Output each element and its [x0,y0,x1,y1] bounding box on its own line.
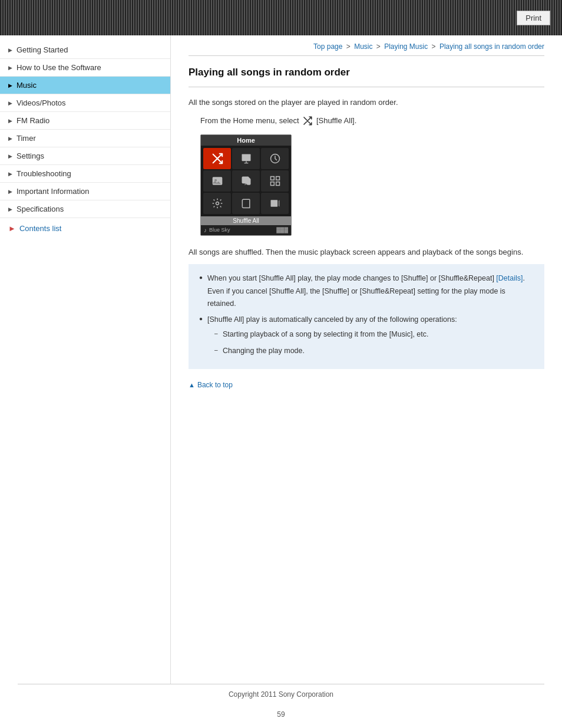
device-cell-settings [203,193,231,214]
page-title: Playing all songs in random order [189,67,544,78]
after-image-text: All songs are shuffled. Then the music p… [189,246,544,259]
svg-rect-7 [276,182,279,185]
footer-area: Copyright 2011 Sony Corporation [0,684,562,704]
shuffle-icon [302,116,313,126]
breadcrumb-playing-music[interactable]: Playing Music [384,42,428,51]
dash-item-2: Changing the play mode. [214,345,534,357]
arrow-icon: ▶ [8,153,12,159]
sidebar-item-how-to-use[interactable]: ▶ How to Use the Software [0,59,170,77]
arrow-icon: ▶ [8,206,12,212]
svg-rect-4 [270,176,274,180]
sidebar-item-videos-photos[interactable]: ▶ Videos/Photos [0,94,170,112]
music-note-icon: ♪ [204,227,207,233]
back-to-top-link[interactable]: ▲ Back to top [189,381,544,389]
device-cell-play [261,193,289,214]
details-link[interactable]: [Details] [496,274,523,282]
notes-box: When you start [Shuffle All] play, the p… [189,264,544,369]
instruction-prefix: From the Home menu, select [200,116,299,125]
notes-list: When you start [Shuffle All] play, the p… [199,272,534,357]
arrow-icon: ▶ [8,100,12,106]
device-screen: Home [200,134,292,236]
sidebar-item-label: FM Radio [16,116,49,125]
header-bar: Print [0,0,562,35]
device-cell-book [232,193,260,214]
sidebar-item-getting-started[interactable]: ▶ Getting Started [0,41,170,59]
sidebar-item-label: Timer [16,134,36,143]
back-to-top-label: Back to top [197,381,233,389]
sidebar-item-label: How to Use the Software [16,63,101,72]
device-title-bar: Home [201,135,291,146]
device-cell-photo [203,170,231,192]
sidebar-item-label: Important Information [16,187,90,196]
content-divider [189,87,544,87]
dash-list: Starting playback of a song by selecting… [214,328,534,357]
sidebar-item-specifications[interactable]: ▶ Specifications [0,200,170,218]
sidebar-item-music[interactable]: ▶ Music [0,77,170,94]
main-layout: ▶ Getting Started ▶ How to Use the Softw… [0,35,562,684]
device-cell-music [232,148,260,169]
svg-rect-0 [242,154,250,161]
instruction-text: From the Home menu, select [Shuffle All]… [200,115,544,127]
device-cell-note [232,170,260,192]
sidebar-item-fm-radio[interactable]: ▶ FM Radio [0,112,170,130]
sidebar-item-label: Videos/Photos [16,98,66,107]
arrow-icon: ▶ [8,118,12,124]
note-item-2: [Shuffle All] play is automatically canc… [199,314,534,357]
svg-rect-2 [212,177,222,185]
sidebar-item-label: Getting Started [16,45,68,54]
device-label: Shuffle All [201,216,291,225]
svg-point-8 [216,202,219,205]
contents-list-label: Contents list [19,224,62,233]
svg-rect-5 [276,176,279,180]
device-now-playing: ♪ Blue Sky ▓▓▓ [201,225,291,235]
contents-list-link[interactable]: ► Contents list [0,218,170,239]
breadcrumb-top-page[interactable]: Top page [313,42,342,51]
device-cell-clock [261,148,289,169]
dash-item-1: Starting playback of a song by selecting… [214,328,534,341]
device-grid [201,146,291,216]
breadcrumb-music[interactable]: Music [354,42,372,51]
arrow-icon: ▶ [8,189,12,195]
arrow-icon: ▶ [8,171,12,177]
battery-icon: ▓▓▓ [276,227,288,233]
up-arrow-icon: ▲ [189,381,195,388]
content-area: Top page > Music > Playing Music > Playi… [171,35,562,684]
sidebar-item-label: Music [16,81,37,90]
breadcrumb-sep-1: > [346,42,352,51]
arrow-icon: ▶ [8,83,12,88]
sidebar-item-timer[interactable]: ▶ Timer [0,130,170,147]
arrow-icon: ▶ [8,136,12,141]
arrow-icon: ▶ [8,65,12,71]
intro-text: All the songs stored on the player are p… [189,97,544,109]
device-cell-shuffle [203,148,231,169]
breadcrumb-sep-3: > [432,42,438,51]
sidebar-item-important-info[interactable]: ▶ Important Information [0,183,170,200]
svg-rect-6 [270,182,274,185]
sidebar-item-label: Troubleshooting [16,169,71,178]
sidebar-item-label: Settings [16,151,44,160]
instruction-suffix: [Shuffle All]. [316,116,356,125]
breadcrumb: Top page > Music > Playing Music > Playi… [189,35,544,56]
sidebar-item-settings[interactable]: ▶ Settings [0,147,170,165]
svg-rect-9 [270,200,277,207]
sidebar-item-label: Specifications [16,205,64,213]
back-to-top-container: ▲ Back to top [189,378,544,396]
print-button[interactable]: Print [517,11,550,25]
now-playing-text: Blue Sky [209,227,230,233]
page-number: 59 [0,704,562,728]
arrow-right-icon: ► [8,224,16,233]
device-cell-grid [261,170,289,192]
sidebar-item-troubleshooting[interactable]: ▶ Troubleshooting [0,165,170,183]
arrow-icon: ▶ [8,47,12,53]
breadcrumb-sep-2: > [376,42,382,51]
copyright-text: Copyright 2011 Sony Corporation [229,690,333,699]
breadcrumb-playing-all-songs[interactable]: Playing all songs in random order [439,42,544,51]
device-image-container: Home [200,134,544,236]
note-item-1: When you start [Shuffle All] play, the p… [199,272,534,310]
sidebar: ▶ Getting Started ▶ How to Use the Softw… [0,35,171,684]
